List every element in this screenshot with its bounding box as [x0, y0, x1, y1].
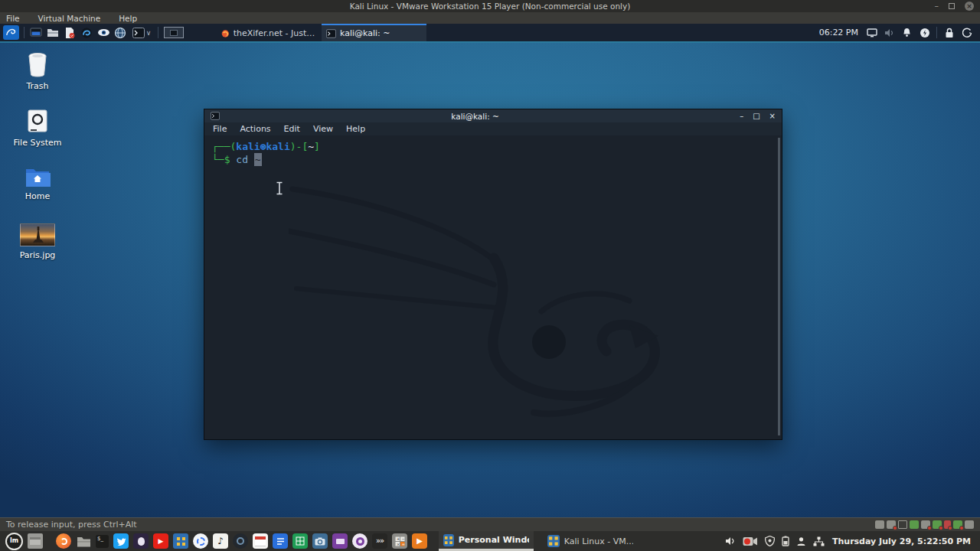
shared-folders-indicator-icon[interactable]	[965, 520, 974, 529]
host-user-session-icon[interactable]	[796, 536, 806, 546]
taskbar-video-player-icon[interactable]: ▶	[412, 533, 427, 549]
tray-lock-screen-icon[interactable]	[942, 26, 956, 39]
taskbar-music-player-icon[interactable]: ♪	[213, 533, 228, 549]
show-desktop-button[interactable]	[28, 533, 43, 549]
tray-power-manager-icon[interactable]	[918, 26, 931, 39]
terminal-scrollbar-thumb[interactable]	[778, 138, 780, 435]
terminal-titlebar[interactable]: kali@kali: ~ – □ ×	[204, 109, 782, 122]
kali-applications-menu-button[interactable]	[3, 25, 19, 40]
taskbar-media-editor-icon[interactable]	[332, 533, 348, 549]
svg-text:+: +	[397, 536, 400, 541]
taskbar-camera-icon[interactable]	[312, 533, 328, 549]
zap-proxy-launcher[interactable]	[80, 26, 93, 40]
serial-port-indicator-icon[interactable]	[944, 520, 951, 529]
cd-dvd-indicator-icon[interactable]	[887, 520, 896, 529]
music-note-icon: ♪	[217, 536, 224, 546]
panel-separator	[158, 27, 158, 38]
display-icon	[30, 28, 42, 38]
kali-dragon-icon	[5, 27, 17, 38]
workspace-pager[interactable]	[164, 27, 184, 38]
desktop-icon-label: File System	[14, 138, 62, 148]
web-browser-launcher[interactable]	[113, 26, 127, 40]
network-adapter-2-indicator-icon[interactable]	[921, 520, 930, 529]
vmware-menu-virtual-machine[interactable]: Virtual Machine	[38, 14, 101, 23]
taskbar-twitter-icon[interactable]	[113, 533, 129, 549]
text-editor-launcher[interactable]	[63, 26, 77, 40]
tray-notifications-icon[interactable]	[900, 26, 913, 39]
terminal-menu-actions[interactable]: Actions	[240, 124, 270, 134]
desktop-icon-home[interactable]: Home	[9, 166, 66, 201]
vmware-close-button[interactable]: ×	[965, 2, 974, 11]
taskbar-tor-browser-icon[interactable]	[133, 533, 149, 549]
taskbar-vmware-icon[interactable]	[173, 533, 188, 549]
taskbar-calendar-icon[interactable]	[253, 533, 268, 549]
terminal-minimize-button[interactable]: –	[740, 109, 743, 122]
host-taskbar-clock[interactable]: Thursday July 29, 5:22:50 PM	[832, 536, 971, 546]
usb-indicator-icon[interactable]	[933, 520, 942, 529]
taskbar-file-manager-icon[interactable]	[76, 533, 91, 549]
window-button-label: kali@kali: ~	[340, 28, 390, 38]
host-battery-icon[interactable]	[782, 536, 789, 546]
terminal-cursor: ~	[254, 153, 262, 166]
terminal-launcher[interactable]: ∨	[130, 26, 153, 40]
taskbar-spreadsheet-icon[interactable]	[292, 533, 308, 549]
vmware-restore-button[interactable]	[949, 3, 955, 9]
taskbar-shell-history-icon[interactable]: »»	[372, 533, 387, 549]
taskbar-writer-document-icon[interactable]	[273, 533, 288, 549]
terminal-maximize-button[interactable]: □	[753, 109, 760, 122]
panel-clock[interactable]: 06:22 PM	[819, 28, 858, 37]
window-icon	[30, 537, 41, 545]
file-manager-launcher[interactable]	[46, 26, 60, 40]
display-app-launcher[interactable]	[29, 26, 43, 40]
vmware-menubar: File Virtual Machine Help	[0, 12, 980, 24]
tray-volume-icon[interactable]	[883, 26, 896, 39]
vmware-logo-icon	[547, 535, 560, 547]
folder-icon	[77, 536, 91, 547]
vmware-menu-file[interactable]: File	[6, 14, 20, 23]
network-adapter-indicator-icon[interactable]	[910, 520, 919, 529]
chevrons-icon: »»	[376, 537, 384, 545]
tray-logout-icon[interactable]	[960, 26, 973, 39]
prompt-frame: └─	[212, 154, 224, 165]
terminal-menu-file[interactable]: File	[213, 124, 227, 134]
desktop-icon-trash[interactable]: Trash	[9, 52, 66, 91]
firefox-swirl	[60, 538, 67, 545]
prompt-cwd: ~	[308, 141, 314, 152]
desktop-icon-file-system[interactable]: File System	[9, 109, 66, 148]
vmware-menu-help[interactable]: Help	[119, 14, 137, 23]
task-button-personal-windows[interactable]: Personal Windo...	[439, 531, 534, 551]
window-button-terminal[interactable]: kali@kali: ~	[322, 24, 426, 41]
window-button-firefox[interactable]: theXifer.net - Just a Web...	[217, 24, 322, 41]
terminal-menu-help[interactable]: Help	[346, 124, 365, 134]
taskbar-signal-icon[interactable]	[193, 533, 208, 549]
terminal-menu-view[interactable]: View	[313, 124, 333, 134]
tray-display-icon[interactable]	[865, 26, 878, 39]
display-indicator-icon[interactable]	[898, 520, 907, 529]
sound-indicator-icon[interactable]	[953, 520, 962, 529]
vmware-input-hint: To release input, press Ctrl+Alt	[6, 520, 137, 530]
mint-menu-button[interactable]: lm	[5, 533, 23, 550]
host-volume-icon[interactable]	[725, 536, 736, 546]
host-screen-recorder-icon[interactable]	[743, 536, 758, 546]
taskbar-firefox-icon[interactable]	[56, 533, 71, 549]
play-icon: ▶	[416, 537, 423, 545]
hard-disk-indicator-icon[interactable]	[875, 520, 884, 529]
desktop-icon-paris-image[interactable]: Paris.jpg	[9, 223, 66, 260]
taskbar-calculator-icon[interactable]: +− ×=	[392, 533, 407, 549]
vmware-minimize-button[interactable]: –	[935, 0, 939, 12]
eye-app-launcher[interactable]	[96, 26, 110, 40]
terminal-content[interactable]: ┌──(kali⊛kali)-[~] └─$ cd ~	[204, 135, 782, 439]
image-thumbnail	[20, 223, 55, 246]
host-network-icon[interactable]	[813, 536, 825, 546]
task-button-kali-vm[interactable]: Kali Linux - VM...	[543, 531, 638, 551]
host-tray	[725, 536, 825, 546]
terminal-close-button[interactable]: ×	[769, 109, 776, 122]
taskbar-photo-lens-icon[interactable]	[352, 533, 368, 549]
terminal-menu-edit[interactable]: Edit	[284, 124, 300, 134]
strip-icon	[336, 539, 345, 544]
vmware-logo-icon	[443, 534, 454, 546]
taskbar-screen-recorder-icon[interactable]	[233, 533, 248, 549]
taskbar-terminal-icon[interactable]: $_	[96, 535, 109, 548]
taskbar-youtube-icon[interactable]: ▶	[153, 533, 168, 549]
host-shield-icon[interactable]	[765, 536, 775, 546]
